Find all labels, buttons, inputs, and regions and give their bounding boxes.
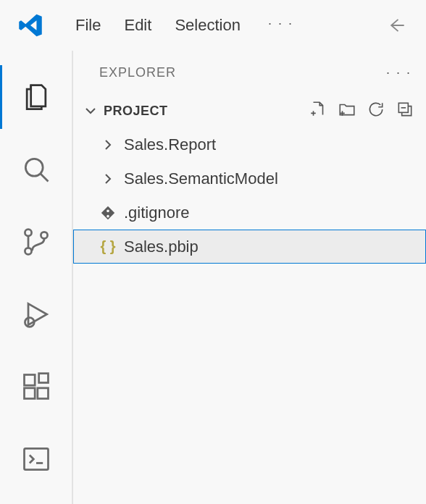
menu-file[interactable]: File: [64, 12, 112, 39]
activity-run-debug[interactable]: [0, 278, 72, 350]
activity-terminal[interactable]: [0, 423, 72, 495]
new-folder-icon: [338, 100, 356, 119]
vscode-logo-icon: [17, 12, 43, 38]
collapse-all-button[interactable]: [396, 100, 414, 122]
activity-extensions[interactable]: [0, 350, 72, 423]
tree-item-label: Sales.Report: [124, 135, 216, 154]
sidebar-title-text: EXPLORER: [99, 65, 176, 80]
tree-item-label: Sales.pbip: [124, 238, 199, 256]
svg-point-1: [25, 230, 31, 236]
svg-rect-8: [38, 374, 48, 383]
new-file-button[interactable]: [309, 100, 327, 122]
svg-rect-9: [24, 448, 48, 469]
activity-search[interactable]: [0, 133, 72, 206]
section-actions: [309, 100, 414, 122]
titlebar: File Edit Selection · · ·: [0, 0, 426, 51]
activity-explorer[interactable]: [0, 61, 72, 133]
chevron-right-icon: [99, 170, 117, 188]
new-folder-button[interactable]: [338, 100, 356, 122]
tree-folder[interactable]: Sales.Report: [73, 127, 426, 161]
git-file-icon: [99, 204, 117, 222]
json-file-icon: { }: [99, 238, 117, 256]
svg-rect-6: [24, 388, 35, 399]
sidebar-title: EXPLORER · · ·: [73, 51, 426, 94]
menu-overflow[interactable]: · · ·: [261, 12, 301, 39]
section-label: PROJECT: [104, 104, 168, 119]
svg-point-3: [41, 232, 47, 238]
debug-icon: [20, 298, 52, 330]
tree-item-label: Sales.SemanticModel: [124, 169, 278, 188]
tree-file[interactable]: { } Sales.pbip: [73, 230, 426, 264]
menu-selection[interactable]: Selection: [163, 12, 252, 39]
menubar: File Edit Selection · · ·: [64, 12, 301, 39]
sidebar-more-actions[interactable]: · · ·: [386, 65, 412, 80]
refresh-icon: [367, 100, 385, 119]
chevron-down-icon: [82, 102, 99, 119]
svg-point-2: [25, 248, 31, 254]
activity-source-control[interactable]: [0, 206, 72, 278]
tree-folder[interactable]: Sales.SemanticModel: [73, 161, 426, 196]
new-file-icon: [309, 100, 327, 119]
tree-file[interactable]: .gitignore: [73, 196, 426, 230]
files-icon: [20, 81, 52, 113]
sidebar: EXPLORER · · · PROJECT: [72, 51, 426, 504]
tree-item-label: .gitignore: [124, 203, 190, 222]
menu-edit[interactable]: Edit: [112, 12, 163, 39]
chevron-right-icon: [99, 136, 117, 154]
terminal-icon: [20, 443, 52, 475]
refresh-button[interactable]: [367, 100, 385, 122]
svg-rect-7: [37, 388, 48, 399]
section-header-project[interactable]: PROJECT: [73, 94, 426, 127]
file-tree: Sales.Report Sales.SemanticModel .gitign…: [73, 127, 426, 264]
activitybar: [0, 51, 72, 504]
titlebar-right: [385, 15, 417, 35]
collapse-icon: [396, 100, 414, 119]
branch-icon: [20, 226, 52, 258]
back-arrow-icon[interactable]: [385, 15, 406, 35]
svg-rect-5: [24, 375, 35, 386]
extensions-icon: [20, 371, 52, 403]
search-icon: [20, 154, 52, 185]
